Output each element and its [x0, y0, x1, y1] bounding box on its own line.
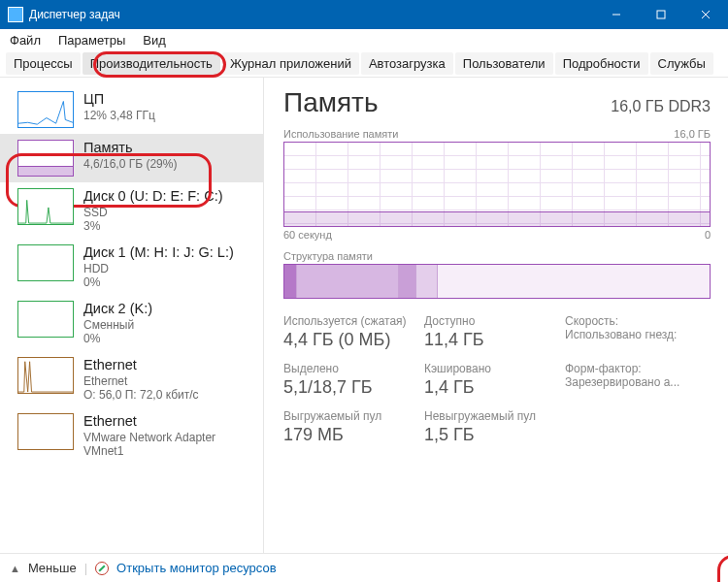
disk1-title: Диск 1 (M: H: I: J: G: L:) [83, 244, 234, 260]
maximize-button[interactable] [639, 0, 683, 29]
disk0-sub2: 3% [83, 219, 223, 233]
usage-graph [283, 142, 711, 227]
menu-options[interactable]: Параметры [54, 31, 129, 49]
usage-label: Использование памяти [283, 128, 398, 140]
sidebar-item-ethernet0[interactable]: Ethernet Ethernet О: 56,0 П: 72,0 кбит/с [0, 351, 263, 407]
cpu-thumb [17, 91, 74, 128]
disk2-sub1: Сменный [83, 318, 152, 332]
disk2-sub2: 0% [83, 332, 152, 345]
menu-file[interactable]: Файл [6, 31, 45, 49]
disk1-thumb [17, 244, 74, 281]
compo-label: Структура памяти [283, 250, 373, 262]
tab-users[interactable]: Пользователи [455, 52, 553, 75]
eth1-sub1: VMware Network Adapter VMnet1 [83, 431, 255, 458]
tab-services[interactable]: Службы [650, 52, 713, 75]
usage-max: 16,0 ГБ [674, 128, 711, 140]
menu-view[interactable]: Вид [139, 31, 170, 49]
disk2-title: Диск 2 (K:) [83, 301, 152, 316]
eth1-title: Ethernet [83, 413, 255, 429]
resource-monitor-icon [95, 562, 109, 575]
tab-performance[interactable]: Производительность [83, 52, 220, 75]
tabbar: Процессы Производительность Журнал прило… [0, 50, 728, 78]
close-button[interactable] [683, 0, 728, 29]
window-title: Диспетчер задач [29, 8, 594, 21]
sidebar-item-cpu[interactable]: ЦП 12% 3,48 ГГц [0, 85, 263, 134]
disk1-sub2: 0% [83, 275, 234, 289]
memory-thumb [17, 140, 74, 177]
sidebar-item-disk2[interactable]: Диск 2 (K:) Сменный 0% [0, 295, 263, 351]
eth0-sub2: О: 56,0 П: 72,0 кбит/с [83, 388, 199, 402]
sidebar-item-disk0[interactable]: Диск 0 (U: D: E: F: C:) SSD 3% [0, 182, 263, 239]
stat-cached: Кэшировано 1,4 ГБ [424, 362, 565, 398]
menubar: Файл Параметры Вид [0, 29, 728, 50]
svg-rect-1 [657, 11, 665, 18]
tab-details[interactable]: Подробности [555, 52, 648, 75]
sidebar-item-memory[interactable]: Память 4,6/16,0 ГБ (29%) [0, 134, 263, 182]
disk0-sub1: SSD [83, 206, 223, 219]
titlebar: Диспетчер задач [0, 0, 728, 29]
content-area: ЦП 12% 3,48 ГГц Память 4,6/16,0 ГБ (29%)… [0, 78, 728, 553]
axis-left: 60 секунд [283, 229, 332, 241]
disk0-title: Диск 0 (U: D: E: F: C:) [83, 188, 223, 204]
stat-speed: Скорость: Использовано гнезд: [565, 314, 711, 350]
tab-processes[interactable]: Процессы [6, 52, 81, 75]
window-buttons [594, 0, 728, 29]
page-title: Память [283, 87, 379, 118]
sidebar-item-ethernet1[interactable]: Ethernet VMware Network Adapter VMnet1 [0, 407, 263, 464]
memory-composition [283, 264, 711, 299]
stat-nonpaged: Невыгружаемый пул 1,5 ГБ [424, 409, 565, 445]
stat-paged: Выгружаемый пул 179 МБ [283, 409, 424, 445]
memory-sub: 4,6/16,0 ГБ (29%) [83, 157, 177, 171]
eth0-thumb [17, 357, 74, 394]
memory-title: Память [83, 140, 177, 155]
stat-committed: Выделено 5,1/18,7 ГБ [283, 362, 424, 398]
memory-spec: 16,0 ГБ DDR3 [611, 98, 711, 115]
chevron-up-icon[interactable]: ▲ [10, 563, 20, 574]
footer: ▲ Меньше | Открыть монитор ресурсов [0, 553, 728, 582]
disk2-thumb [17, 301, 74, 338]
disk1-sub1: HDD [83, 262, 234, 275]
stats-grid: Используется (сжатая) 4,4 ГБ (0 МБ) Дост… [283, 314, 711, 445]
stat-formfactor: Форм-фактор: Зарезервировано а... [565, 362, 711, 398]
stat-avail: Доступно 11,4 ГБ [424, 314, 565, 350]
tab-startup[interactable]: Автозагрузка [361, 52, 453, 75]
eth0-sub1: Ethernet [83, 374, 199, 388]
eth0-title: Ethernet [83, 357, 199, 372]
main-panel: Память 16,0 ГБ DDR3 Использование памяти… [264, 78, 728, 553]
sidebar-item-disk1[interactable]: Диск 1 (M: H: I: J: G: L:) HDD 0% [0, 239, 263, 295]
app-icon [8, 7, 23, 22]
minimize-button[interactable] [594, 0, 639, 29]
disk0-thumb [17, 188, 74, 225]
axis-right: 0 [705, 229, 711, 241]
open-resource-monitor-link[interactable]: Открыть монитор ресурсов [116, 561, 276, 575]
cpu-sub: 12% 3,48 ГГц [83, 109, 155, 122]
sidebar: ЦП 12% 3,48 ГГц Память 4,6/16,0 ГБ (29%)… [0, 78, 264, 553]
cpu-title: ЦП [83, 91, 155, 107]
eth1-thumb [17, 413, 74, 450]
tab-app-history[interactable]: Журнал приложений [222, 52, 359, 75]
fewer-details-button[interactable]: Меньше [28, 561, 77, 575]
stat-inuse: Используется (сжатая) 4,4 ГБ (0 МБ) [283, 314, 424, 350]
